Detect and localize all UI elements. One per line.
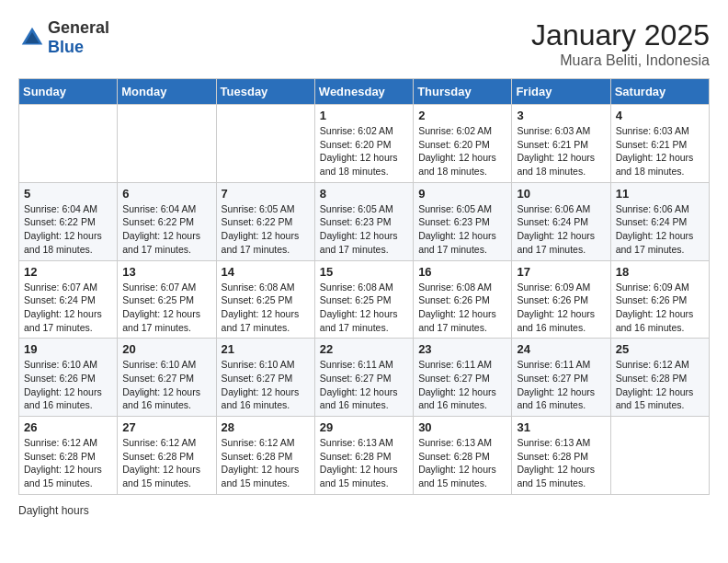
calendar-cell: 25Sunrise: 6:12 AM Sunset: 6:28 PM Dayli… bbox=[610, 339, 709, 417]
day-detail: Sunrise: 6:08 AM Sunset: 6:25 PM Dayligh… bbox=[222, 281, 310, 335]
day-detail: Sunrise: 6:06 AM Sunset: 6:24 PM Dayligh… bbox=[517, 202, 605, 257]
calendar-cell: 2Sunrise: 6:02 AM Sunset: 6:20 PM Daylig… bbox=[414, 105, 512, 183]
calendar-cell: 6Sunrise: 6:04 AM Sunset: 6:22 PM Daylig… bbox=[118, 182, 216, 260]
day-detail: Sunrise: 6:05 AM Sunset: 6:22 PM Dayligh… bbox=[222, 202, 310, 257]
day-detail: Sunrise: 6:11 AM Sunset: 6:27 PM Dayligh… bbox=[320, 358, 408, 412]
day-number: 25 bbox=[616, 342, 704, 356]
day-number: 31 bbox=[517, 420, 605, 434]
calendar-cell: 15Sunrise: 6:08 AM Sunset: 6:25 PM Dayli… bbox=[314, 260, 413, 339]
calendar-cell: 10Sunrise: 6:06 AM Sunset: 6:24 PM Dayli… bbox=[512, 182, 610, 260]
day-detail: Sunrise: 6:10 AM Sunset: 6:27 PM Dayligh… bbox=[222, 358, 310, 412]
calendar-cell: 23Sunrise: 6:11 AM Sunset: 6:27 PM Dayli… bbox=[414, 339, 512, 417]
day-number: 29 bbox=[320, 420, 408, 434]
title-block: January 2025 Muara Beliti, Indonesia bbox=[531, 18, 710, 69]
day-number: 8 bbox=[320, 187, 408, 201]
calendar-cell: 5Sunrise: 6:04 AM Sunset: 6:22 PM Daylig… bbox=[19, 182, 118, 260]
calendar-cell: 28Sunrise: 6:12 AM Sunset: 6:28 PM Dayli… bbox=[216, 417, 314, 495]
calendar-cell: 22Sunrise: 6:11 AM Sunset: 6:27 PM Dayli… bbox=[314, 339, 413, 417]
day-number: 4 bbox=[616, 109, 704, 122]
calendar-cell bbox=[216, 105, 314, 183]
calendar-cell: 12Sunrise: 6:07 AM Sunset: 6:24 PM Dayli… bbox=[19, 260, 118, 339]
day-detail: Sunrise: 6:05 AM Sunset: 6:23 PM Dayligh… bbox=[320, 202, 408, 257]
calendar-cell: 4Sunrise: 6:03 AM Sunset: 6:21 PM Daylig… bbox=[610, 105, 709, 183]
calendar-cell: 13Sunrise: 6:07 AM Sunset: 6:25 PM Dayli… bbox=[118, 260, 216, 339]
day-detail: Sunrise: 6:02 AM Sunset: 6:20 PM Dayligh… bbox=[418, 124, 506, 178]
calendar-cell: 1Sunrise: 6:02 AM Sunset: 6:20 PM Daylig… bbox=[314, 105, 413, 183]
day-detail: Sunrise: 6:05 AM Sunset: 6:23 PM Dayligh… bbox=[418, 202, 506, 257]
page-header: General Blue January 2025 Muara Beliti, … bbox=[18, 18, 710, 69]
calendar-cell bbox=[118, 105, 216, 183]
logo: General Blue bbox=[18, 18, 109, 57]
weekday-header-friday: Friday bbox=[512, 79, 610, 105]
day-detail: Sunrise: 6:07 AM Sunset: 6:24 PM Dayligh… bbox=[24, 281, 112, 335]
day-detail: Sunrise: 6:03 AM Sunset: 6:21 PM Dayligh… bbox=[517, 124, 605, 178]
week-row-0: 1Sunrise: 6:02 AM Sunset: 6:20 PM Daylig… bbox=[19, 105, 710, 183]
day-detail: Sunrise: 6:11 AM Sunset: 6:27 PM Dayligh… bbox=[517, 358, 605, 412]
day-number: 9 bbox=[418, 187, 506, 201]
day-detail: Sunrise: 6:09 AM Sunset: 6:26 PM Dayligh… bbox=[616, 281, 704, 335]
calendar-body: 1Sunrise: 6:02 AM Sunset: 6:20 PM Daylig… bbox=[19, 105, 710, 495]
calendar-cell: 20Sunrise: 6:10 AM Sunset: 6:27 PM Dayli… bbox=[118, 339, 216, 417]
day-number: 24 bbox=[517, 342, 605, 356]
day-number: 3 bbox=[517, 109, 605, 122]
calendar-header: SundayMondayTuesdayWednesdayThursdayFrid… bbox=[19, 79, 710, 105]
day-number: 15 bbox=[320, 265, 408, 279]
day-detail: Sunrise: 6:10 AM Sunset: 6:26 PM Dayligh… bbox=[24, 358, 112, 412]
calendar-title: January 2025 bbox=[531, 18, 710, 52]
footer: Daylight hours bbox=[18, 504, 710, 517]
day-detail: Sunrise: 6:07 AM Sunset: 6:25 PM Dayligh… bbox=[122, 281, 210, 335]
day-number: 27 bbox=[122, 420, 210, 434]
day-number: 14 bbox=[222, 265, 310, 279]
calendar-cell: 8Sunrise: 6:05 AM Sunset: 6:23 PM Daylig… bbox=[314, 182, 413, 260]
day-detail: Sunrise: 6:12 AM Sunset: 6:28 PM Dayligh… bbox=[122, 436, 210, 490]
calendar-cell: 17Sunrise: 6:09 AM Sunset: 6:26 PM Dayli… bbox=[512, 260, 610, 339]
day-detail: Sunrise: 6:03 AM Sunset: 6:21 PM Dayligh… bbox=[616, 124, 704, 178]
calendar-table: SundayMondayTuesdayWednesdayThursdayFrid… bbox=[18, 78, 710, 495]
calendar-cell bbox=[19, 105, 118, 183]
day-detail: Sunrise: 6:06 AM Sunset: 6:24 PM Dayligh… bbox=[616, 202, 704, 257]
day-detail: Sunrise: 6:04 AM Sunset: 6:22 PM Dayligh… bbox=[24, 202, 112, 257]
weekday-header-thursday: Thursday bbox=[414, 79, 512, 105]
week-row-1: 5Sunrise: 6:04 AM Sunset: 6:22 PM Daylig… bbox=[19, 182, 710, 260]
day-number: 7 bbox=[222, 187, 310, 201]
day-detail: Sunrise: 6:13 AM Sunset: 6:28 PM Dayligh… bbox=[320, 436, 408, 490]
calendar-cell bbox=[610, 417, 709, 495]
calendar-cell: 7Sunrise: 6:05 AM Sunset: 6:22 PM Daylig… bbox=[216, 182, 314, 260]
weekday-header-row: SundayMondayTuesdayWednesdayThursdayFrid… bbox=[19, 79, 710, 105]
week-row-4: 26Sunrise: 6:12 AM Sunset: 6:28 PM Dayli… bbox=[19, 417, 710, 495]
logo-icon bbox=[18, 24, 46, 52]
day-number: 28 bbox=[222, 420, 310, 434]
weekday-header-sunday: Sunday bbox=[19, 79, 118, 105]
weekday-header-monday: Monday bbox=[118, 79, 216, 105]
day-number: 11 bbox=[616, 187, 704, 201]
calendar-cell: 16Sunrise: 6:08 AM Sunset: 6:26 PM Dayli… bbox=[414, 260, 512, 339]
day-number: 13 bbox=[122, 265, 210, 279]
day-number: 26 bbox=[24, 420, 112, 434]
day-number: 22 bbox=[320, 342, 408, 356]
day-detail: Sunrise: 6:09 AM Sunset: 6:26 PM Dayligh… bbox=[517, 281, 605, 335]
day-number: 10 bbox=[517, 187, 605, 201]
day-number: 6 bbox=[122, 187, 210, 201]
day-number: 17 bbox=[517, 265, 605, 279]
day-detail: Sunrise: 6:12 AM Sunset: 6:28 PM Dayligh… bbox=[24, 436, 112, 490]
day-number: 21 bbox=[222, 342, 310, 356]
weekday-header-wednesday: Wednesday bbox=[314, 79, 413, 105]
day-detail: Sunrise: 6:08 AM Sunset: 6:25 PM Dayligh… bbox=[320, 281, 408, 335]
day-number: 5 bbox=[24, 187, 112, 201]
day-number: 19 bbox=[24, 342, 112, 356]
day-detail: Sunrise: 6:12 AM Sunset: 6:28 PM Dayligh… bbox=[222, 436, 310, 490]
calendar-cell: 26Sunrise: 6:12 AM Sunset: 6:28 PM Dayli… bbox=[19, 417, 118, 495]
day-number: 1 bbox=[320, 109, 408, 122]
calendar-cell: 27Sunrise: 6:12 AM Sunset: 6:28 PM Dayli… bbox=[118, 417, 216, 495]
logo-blue: Blue bbox=[48, 38, 84, 56]
day-detail: Sunrise: 6:08 AM Sunset: 6:26 PM Dayligh… bbox=[418, 281, 506, 335]
day-number: 18 bbox=[616, 265, 704, 279]
calendar-cell: 9Sunrise: 6:05 AM Sunset: 6:23 PM Daylig… bbox=[414, 182, 512, 260]
calendar-cell: 3Sunrise: 6:03 AM Sunset: 6:21 PM Daylig… bbox=[512, 105, 610, 183]
week-row-2: 12Sunrise: 6:07 AM Sunset: 6:24 PM Dayli… bbox=[19, 260, 710, 339]
weekday-header-tuesday: Tuesday bbox=[216, 79, 314, 105]
week-row-3: 19Sunrise: 6:10 AM Sunset: 6:26 PM Dayli… bbox=[19, 339, 710, 417]
calendar-cell: 18Sunrise: 6:09 AM Sunset: 6:26 PM Dayli… bbox=[610, 260, 709, 339]
day-detail: Sunrise: 6:10 AM Sunset: 6:27 PM Dayligh… bbox=[122, 358, 210, 412]
calendar-cell: 24Sunrise: 6:11 AM Sunset: 6:27 PM Dayli… bbox=[512, 339, 610, 417]
